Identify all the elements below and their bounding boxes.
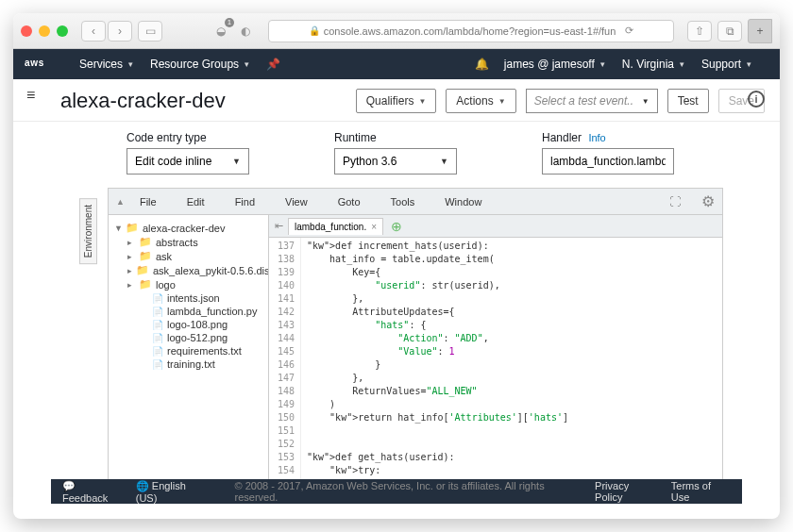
nav-support[interactable]: Support [701,58,751,71]
file-icon: 📄 [152,333,163,343]
tree-folder[interactable]: ▸📁ask_alexa_pykit-0.5.6.dis [109,263,268,277]
tabs-button[interactable]: ⧉ [717,21,742,42]
function-name: alexa-cracker-dev [60,89,346,113]
tree-root[interactable]: ▼📁alexa-cracker-dev [109,221,268,235]
sidebar-toggle[interactable]: ▭ [138,21,162,42]
tree-file[interactable]: 📄intents.json [109,291,268,305]
runtime-select[interactable]: Python 3.6 [334,148,457,175]
actions-dropdown[interactable]: Actions [446,89,515,113]
back-button[interactable]: ‹ [81,21,106,42]
aws-top-nav: aws Services Resource Groups 📌 🔔 james @… [13,49,780,79]
file-icon: 📄 [152,359,163,370]
editor-tab[interactable]: lambda_function.× [288,218,383,235]
reload-icon[interactable]: ⟳ [625,25,633,37]
aws-logo[interactable]: aws [25,56,62,74]
pin-icon[interactable]: 📌 [266,58,280,71]
test-event-select[interactable]: Select a test event.. [526,89,658,113]
terms-link[interactable]: Terms of Use [671,480,731,503]
ide-menu-edit[interactable]: Edit [187,196,205,208]
tree-file[interactable]: 📄lambda_function.py [109,305,268,318]
collapse-icon[interactable]: ▲ [116,197,125,207]
ide-menu-tools[interactable]: Tools [391,196,415,208]
handler-info-link[interactable]: Info [588,132,605,143]
browser-toolbar: ‹ › ▭ ◒ ◐ 🔒 console.aws.amazon.com/lambd… [13,13,780,49]
ide-menu-file[interactable]: File [140,196,157,208]
tree-folder[interactable]: ▸📁ask [109,249,268,263]
config-row: Code entry type Edit code inline Runtime… [13,122,780,180]
lock-icon: 🔒 [309,25,320,36]
entry-type-select[interactable]: Edit code inline [127,148,249,175]
window-controls [21,25,68,37]
tree-file[interactable]: 📄requirements.txt [109,344,268,357]
share-button[interactable]: ⇧ [687,21,712,42]
info-icon[interactable]: i [748,91,765,108]
svg-text:aws: aws [25,57,44,67]
ide-menu-view[interactable]: View [285,196,308,208]
file-icon: 📄 [152,307,163,317]
settings-gear-icon[interactable]: ⚙ [701,192,715,210]
nav-resource-groups[interactable]: Resource Groups [150,58,249,71]
privacy-link[interactable]: Privacy Policy [595,480,658,503]
privacy-icon[interactable]: ◐ [236,22,255,41]
handler-input[interactable] [542,148,674,175]
notifications-icon[interactable]: 🔔 [475,58,489,71]
runtime-label: Runtime [334,131,457,144]
url-bar[interactable]: 🔒 console.aws.amazon.com/lambda/home?reg… [268,20,674,42]
forward-button[interactable]: › [108,21,132,42]
ide-menu-window[interactable]: Window [445,196,481,208]
shield-icon[interactable]: ◒ [211,22,230,41]
code-area[interactable]: 137 138 139 140 141 142 143 144 145 146 … [269,238,722,479]
handler-label: Handler Info [542,131,674,144]
hamburger-menu[interactable]: ≡ [26,87,35,104]
close-tab-icon[interactable]: × [371,222,377,232]
language-select[interactable]: 🌐 English (US) [136,480,209,504]
footer: 💬 Feedback 🌐 English (US) © 2008 - 2017,… [51,479,742,504]
test-button[interactable]: Test [667,89,709,113]
file-icon: 📄 [152,346,163,357]
nav-user[interactable]: james @ jamesoff [504,58,605,71]
function-header: alexa-cracker-dev Qualifiers Actions Sel… [13,79,780,122]
file-icon: 📄 [152,320,163,330]
code-editor: ▲ FileEditFindViewGotoToolsWindow ⛶ ⚙ ▼📁… [108,188,723,480]
folder-icon: 📁 [139,236,152,248]
code-content[interactable]: "kw">def increment_hats(userid): hat_inf… [301,238,722,479]
folder-icon: 📁 [136,264,149,276]
tree-file[interactable]: 📄training.txt [109,357,268,371]
tree-file[interactable]: 📄logo-108.png [109,318,268,331]
folder-icon: 📁 [139,278,152,291]
line-gutter: 137 138 139 140 141 142 143 144 145 146 … [269,238,301,479]
close-window[interactable] [21,25,32,37]
collapse-tree-icon[interactable]: ⇤ [269,220,288,232]
qualifiers-dropdown[interactable]: Qualifiers [356,89,437,113]
tree-folder[interactable]: ▸📁abstracts [109,235,268,249]
new-tab-button[interactable]: + [748,19,772,43]
nav-region[interactable]: N. Virginia [622,58,684,71]
minimize-window[interactable] [39,25,50,37]
editor-tabbar: ⇤ lambda_function.× ⊕ [269,215,722,238]
maximize-window[interactable] [57,25,68,37]
file-icon: 📄 [152,293,163,304]
url-text: console.aws.amazon.com/lambda/home?regio… [324,25,616,37]
tree-folder[interactable]: ▸📁logo [109,277,268,291]
entry-type-label: Code entry type [127,131,249,144]
folder-icon: 📁 [126,222,139,234]
feedback-link[interactable]: 💬 Feedback [62,480,123,504]
ide-menu-find[interactable]: Find [235,196,255,208]
ide-menubar: ▲ FileEditFindViewGotoToolsWindow ⛶ ⚙ [109,189,722,215]
ide-menu-goto[interactable]: Goto [338,196,361,208]
nav-services[interactable]: Services [79,58,133,71]
file-tree[interactable]: ▼📁alexa-cracker-dev ▸📁abstracts▸📁ask▸📁as… [109,215,269,479]
copyright: © 2008 - 2017, Amazon Web Services, Inc.… [235,480,582,503]
folder-icon: 📁 [139,250,152,262]
new-tab-icon[interactable]: ⊕ [391,219,402,234]
tree-file[interactable]: 📄logo-512.png [109,331,268,344]
fullscreen-icon[interactable]: ⛶ [669,195,681,208]
environment-tab[interactable]: Environment [79,198,97,264]
